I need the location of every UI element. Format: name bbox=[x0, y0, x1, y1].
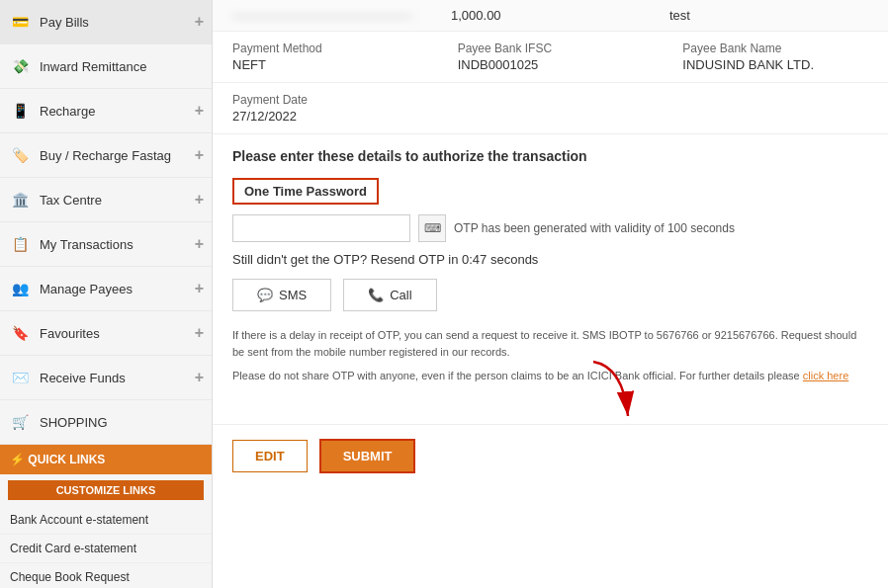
payment-date-value: 27/12/2022 bbox=[232, 109, 418, 124]
sidebar-item-shopping[interactable]: 🛒 SHOPPING bbox=[0, 400, 212, 445]
payment-method-label: Payment Method bbox=[232, 42, 418, 55]
favourites-plus-icon: + bbox=[195, 324, 204, 342]
buy-recharge-fastag-icon: 🏷️ bbox=[8, 143, 32, 167]
customize-links-button[interactable]: CUSTOMIZE LINKS bbox=[8, 480, 204, 500]
call-icon: 📞 bbox=[368, 288, 384, 302]
auth-section: Please enter these details to authorize … bbox=[213, 134, 888, 406]
arrow-svg bbox=[564, 357, 663, 436]
pay-bills-label: Pay Bills bbox=[40, 15, 195, 30]
submit-button[interactable]: SUBMIT bbox=[319, 439, 416, 473]
keyboard-icon[interactable]: ⌨ bbox=[418, 214, 446, 242]
arrow-container bbox=[213, 406, 888, 416]
edit-button[interactable]: EDIT bbox=[232, 440, 308, 472]
receive-funds-plus-icon: + bbox=[195, 369, 204, 386]
pay-bills-plus-icon: + bbox=[195, 13, 204, 31]
favourites-label: Favourites bbox=[40, 326, 195, 341]
blurred-ref: —————————————— bbox=[232, 8, 431, 23]
payment-date-col: Payment Date 27/12/2022 bbox=[213, 83, 438, 133]
sidebar-item-receive-funds[interactable]: ✉️ Receive Funds + bbox=[0, 356, 212, 400]
sidebar-item-buy-recharge-fastag[interactable]: 🏷️ Buy / Recharge Fastag + bbox=[0, 133, 212, 178]
sms-icon: 💬 bbox=[257, 288, 273, 302]
my-transactions-icon: 📋 bbox=[8, 232, 32, 256]
sidebar-item-my-transactions[interactable]: 📋 My Transactions + bbox=[0, 222, 212, 267]
manage-payees-icon: 👥 bbox=[8, 277, 32, 300]
manage-payees-label: Manage Payees bbox=[40, 282, 195, 296]
payee-ifsc-label: Payee Bank IFSC bbox=[458, 42, 644, 55]
payment-detail-row: Payment Method NEFT Payee Bank IFSC INDB… bbox=[213, 32, 888, 83]
payee-bank-name-col: Payee Bank Name INDUSIND BANK LTD. bbox=[663, 32, 888, 82]
manage-payees-plus-icon: + bbox=[195, 280, 204, 297]
quick-link-item[interactable]: Credit Card e-statement bbox=[0, 535, 212, 563]
receive-funds-label: Receive Funds bbox=[40, 371, 195, 385]
sidebar: 💳 Pay Bills + 💸 Inward Remittance 📱 Rech… bbox=[0, 0, 213, 588]
call-label: Call bbox=[390, 288, 411, 302]
payee-bank-name-value: INDUSIND BANK LTD. bbox=[682, 57, 868, 72]
otp-label-box: One Time Password bbox=[232, 178, 379, 205]
payment-method-col: Payment Method NEFT bbox=[213, 32, 438, 82]
otp-input[interactable] bbox=[232, 214, 410, 242]
payee-bank-name-label: Payee Bank Name bbox=[682, 42, 868, 55]
quick-links-header: ⚡ QUICK LINKS bbox=[0, 445, 212, 474]
quick-link-item[interactable]: Cheque Book Request bbox=[0, 563, 212, 588]
sms-label: SMS bbox=[279, 288, 307, 302]
main-content: —————————————— 1,000.00 test Payment Met… bbox=[213, 0, 888, 588]
auth-title: Please enter these details to authorize … bbox=[232, 148, 868, 164]
payment-date-label: Payment Date bbox=[232, 93, 418, 107]
pay-bills-icon: 💳 bbox=[8, 10, 32, 34]
buy-recharge-fastag-plus-icon: + bbox=[195, 146, 204, 164]
receive-funds-icon: ✉️ bbox=[8, 366, 32, 389]
resend-text: Still didn't get the OTP? Resend OTP in … bbox=[232, 252, 868, 267]
inward-remittance-label: Inward Remittance bbox=[40, 59, 204, 74]
sms-button[interactable]: 💬 SMS bbox=[232, 279, 331, 311]
otp-input-row: ⌨ OTP has been generated with validity o… bbox=[232, 214, 868, 242]
recharge-icon: 📱 bbox=[8, 99, 32, 123]
my-transactions-label: My Transactions bbox=[40, 237, 195, 252]
tax-centre-icon: 🏛️ bbox=[8, 188, 32, 211]
buy-recharge-fastag-label: Buy / Recharge Fastag bbox=[40, 148, 195, 163]
shopping-icon: 🛒 bbox=[8, 410, 32, 434]
top-detail-row: —————————————— 1,000.00 test bbox=[213, 0, 888, 32]
amount-value: 1,000.00 bbox=[451, 8, 650, 23]
payee-ifsc-value: INDB0001025 bbox=[458, 57, 644, 72]
click-here-link[interactable]: click here bbox=[803, 370, 848, 381]
my-transactions-plus-icon: + bbox=[195, 235, 204, 253]
payment-method-value: NEFT bbox=[232, 57, 418, 72]
inward-remittance-icon: 💸 bbox=[8, 54, 32, 78]
tax-centre-label: Tax Centre bbox=[40, 193, 195, 208]
sidebar-item-favourites[interactable]: 🔖 Favourites + bbox=[0, 311, 212, 356]
tax-centre-plus-icon: + bbox=[195, 191, 204, 209]
quick-link-item[interactable]: Bank Account e-statement bbox=[0, 506, 212, 535]
sidebar-item-pay-bills[interactable]: 💳 Pay Bills + bbox=[0, 0, 212, 44]
sidebar-item-recharge[interactable]: 📱 Recharge + bbox=[0, 89, 212, 133]
recharge-plus-icon: + bbox=[195, 102, 204, 120]
sidebar-item-manage-payees[interactable]: 👥 Manage Payees + bbox=[0, 267, 212, 311]
recharge-label: Recharge bbox=[40, 104, 195, 119]
sidebar-item-inward-remittance[interactable]: 💸 Inward Remittance bbox=[0, 44, 212, 89]
action-buttons: EDIT SUBMIT bbox=[213, 424, 888, 487]
otp-validity-text: OTP has been generated with validity of … bbox=[454, 221, 735, 235]
info-text-1: If there is a delay in receipt of OTP, y… bbox=[232, 327, 868, 360]
remarks-value: test bbox=[669, 8, 868, 23]
call-button[interactable]: 📞 Call bbox=[343, 279, 436, 311]
payee-ifsc-col: Payee Bank IFSC INDB0001025 bbox=[438, 32, 664, 82]
info-text-2: Please do not share OTP with anyone, eve… bbox=[232, 368, 868, 384]
sidebar-item-tax-centre[interactable]: 🏛️ Tax Centre + bbox=[0, 178, 212, 222]
quick-links-label: ⚡ QUICK LINKS bbox=[10, 453, 105, 466]
resend-buttons: 💬 SMS 📞 Call bbox=[232, 279, 868, 311]
payment-date-row: Payment Date 27/12/2022 bbox=[213, 83, 888, 134]
favourites-icon: 🔖 bbox=[8, 321, 32, 345]
shopping-label: SHOPPING bbox=[40, 415, 204, 430]
